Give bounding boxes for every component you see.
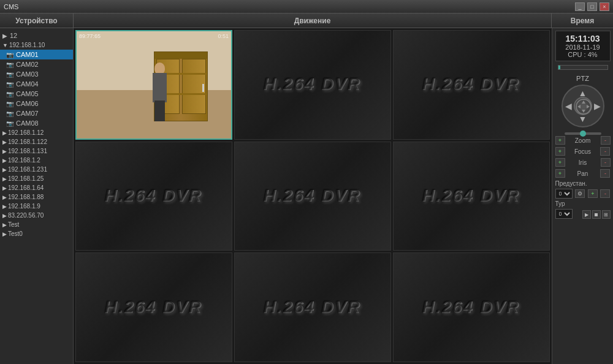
cam-label: CAM03 <box>16 70 39 78</box>
camera-icon: 📷 <box>6 51 13 58</box>
sidebar-ip-192.168.1.88[interactable]: ▶ 192.168.1.88 <box>0 192 73 202</box>
type-controls: 01 02 ▶ ⏹ ⊞ <box>555 209 611 219</box>
time-display: 15:11:03 2018-11-19 CPU : 4% <box>555 31 611 61</box>
sidebar-test0[interactable]: ▶ Test0 <box>0 229 73 238</box>
app-title: CMS <box>4 3 18 10</box>
current-time: 15:11:03 <box>561 34 605 44</box>
video-cell-5[interactable]: H.264 DVR <box>234 142 391 251</box>
preset-settings-button[interactable]: ⚙ <box>575 189 585 198</box>
pan-label: Pan <box>577 170 588 177</box>
dvr-logo-7: H.264 DVR <box>105 298 203 317</box>
minimize-button[interactable]: _ <box>575 2 585 11</box>
dvr-logo-9: H.264 DVR <box>422 298 520 317</box>
sidebar-ip-192.168.1.25[interactable]: ▶ 192.168.1.25 <box>0 174 73 183</box>
stop-button[interactable]: ⏹ <box>592 210 601 219</box>
preset-remove-button[interactable]: - <box>600 189 610 198</box>
sidebar-item-cam03[interactable]: 📷 CAM03 <box>0 69 73 79</box>
sidebar-ip-192.168.1.64[interactable]: ▶ 192.168.1.64 <box>0 183 73 192</box>
focus-minus-button[interactable]: - <box>600 147 610 156</box>
ptz-center[interactable] <box>574 97 592 115</box>
sidebar-item-cam02[interactable]: 📷 CAM02 <box>0 59 73 69</box>
zoom-row: + Zoom - <box>555 136 611 145</box>
pan-minus-button[interactable]: - <box>600 169 610 178</box>
current-date: 2018-11-19 <box>561 44 605 51</box>
zoom-label: Zoom <box>575 137 591 144</box>
sidebar-item-cam01[interactable]: 📷 CAM01 <box>0 50 73 59</box>
camera-icon: 📷 <box>6 91 13 97</box>
window-controls[interactable]: _ □ × <box>575 2 609 11</box>
sidebar-ip-192.168.1.131[interactable]: ▶ 192.168.1.131 <box>0 146 73 156</box>
sidebar-ip-83.220.56.70[interactable]: ▶ 83.220.56.70 <box>0 211 73 220</box>
iris-label: Iris <box>579 159 587 166</box>
sidebar-item-cam05[interactable]: 📷 CAM05 <box>0 89 73 99</box>
cam-label: CAM05 <box>16 90 39 97</box>
sidebar-ip-192.168.1.2[interactable]: ▶ 192.168.1.2 <box>0 156 73 165</box>
ptz-right-button[interactable]: ▶ <box>594 101 601 111</box>
header: Устройство Движение Время <box>0 13 613 28</box>
preset-add-button[interactable]: + <box>588 189 598 198</box>
root-expand-arrow: ▶ <box>2 32 7 39</box>
video-cell-7[interactable]: H.264 DVR <box>75 252 232 362</box>
grid-button[interactable]: ⊞ <box>602 210 611 219</box>
camera-icon: 📷 <box>6 81 13 88</box>
sidebar-item-cam07[interactable]: 📷 CAM07 <box>0 108 73 118</box>
sidebar: ▶ 12 ▼ 192.168.1.10 📷 CAM01 📷 CAM02 📷 CA… <box>0 28 74 364</box>
zoom-plus-button[interactable]: + <box>555 136 565 145</box>
camera-icon: 📷 <box>6 100 13 107</box>
preset-select[interactable]: 01 02 03 <box>555 189 573 199</box>
focus-row: + Focus - <box>555 147 611 156</box>
playback-buttons: ▶ ⏹ ⊞ <box>582 210 611 219</box>
video-cell-2[interactable]: H.264 DVR <box>234 30 391 140</box>
root-label: 12 <box>10 32 17 39</box>
sidebar-ip-192.168.1.231[interactable]: ▶ 192.168.1.231 <box>0 165 73 174</box>
header-device: Устройство <box>0 13 74 28</box>
titlebar: CMS _ □ × <box>0 0 613 13</box>
sidebar-item-cam06[interactable]: 📷 CAM06 <box>0 99 73 108</box>
ptz-up-button[interactable]: ▲ <box>579 88 587 98</box>
close-button[interactable]: × <box>600 2 609 11</box>
ip-label: 192.168.1.10 <box>9 42 45 48</box>
type-select[interactable]: 01 02 <box>555 209 573 219</box>
play-button[interactable]: ▶ <box>582 210 591 219</box>
video-cell-9[interactable]: H.264 DVR <box>393 252 550 362</box>
video-cell-3[interactable]: H.264 DVR <box>393 30 550 140</box>
dvr-logo-3: H.264 DVR <box>422 75 520 94</box>
dvr-logo-2: H.264 DVR <box>264 75 362 94</box>
ptz-joystick[interactable]: ▲ ▼ ◀ ▶ <box>562 85 604 127</box>
cpu-usage: CPU : 4% <box>561 51 605 58</box>
pan-plus-button[interactable]: + <box>555 169 565 178</box>
pan-row: + Pan - <box>555 169 611 178</box>
focus-plus-button[interactable]: + <box>555 147 565 156</box>
maximize-button[interactable]: □ <box>587 2 597 11</box>
video-grid: 0:51 89:77:65 H.264 DVR H.264 DVR H.264 … <box>74 28 552 364</box>
video-cell-6[interactable]: H.264 DVR <box>393 142 550 251</box>
sidebar-test[interactable]: ▶ Test <box>0 220 73 229</box>
svg-point-1 <box>581 104 587 110</box>
cpu-bar-fill <box>558 66 560 69</box>
sidebar-ip-192.168.1.122[interactable]: ▶ 192.168.1.122 <box>0 137 73 146</box>
main-area: ▶ 12 ▼ 192.168.1.10 📷 CAM01 📷 CAM02 📷 CA… <box>0 28 613 364</box>
ptz-left-button[interactable]: ◀ <box>565 101 572 111</box>
sidebar-ip-192.168.1.9[interactable]: ▶ 192.168.1.9 <box>0 202 73 211</box>
zoom-minus-button[interactable]: - <box>601 136 611 145</box>
iris-plus-button[interactable]: + <box>555 158 565 167</box>
sidebar-ip-192.168.1.10[interactable]: ▼ 192.168.1.10 <box>0 40 73 50</box>
ptz-down-button[interactable]: ▼ <box>579 114 587 124</box>
sidebar-item-cam08[interactable]: 📷 CAM08 <box>0 118 73 128</box>
cam-label: CAM07 <box>16 110 39 117</box>
camera-icon: 📷 <box>6 71 13 78</box>
cam-label: CAM06 <box>16 100 39 107</box>
camera-icon: 📷 <box>6 120 13 127</box>
sidebar-root[interactable]: ▶ 12 <box>0 31 73 40</box>
iris-minus-button[interactable]: - <box>601 158 611 167</box>
video-cell-8[interactable]: H.264 DVR <box>234 252 391 362</box>
ptz-slider[interactable] <box>565 132 601 135</box>
dvr-logo-6: H.264 DVR <box>422 186 520 206</box>
focus-label: Focus <box>574 148 591 155</box>
video-cell-1[interactable]: 0:51 89:77:65 <box>75 30 232 140</box>
sidebar-item-cam04[interactable]: 📷 CAM04 <box>0 79 73 89</box>
header-time: Время <box>552 13 613 28</box>
video-cell-4[interactable]: H.264 DVR <box>75 142 232 251</box>
sidebar-ip-192.168.1.12[interactable]: ▶ 192.168.1.12 <box>0 128 73 137</box>
cam-label: CAM02 <box>16 61 39 68</box>
